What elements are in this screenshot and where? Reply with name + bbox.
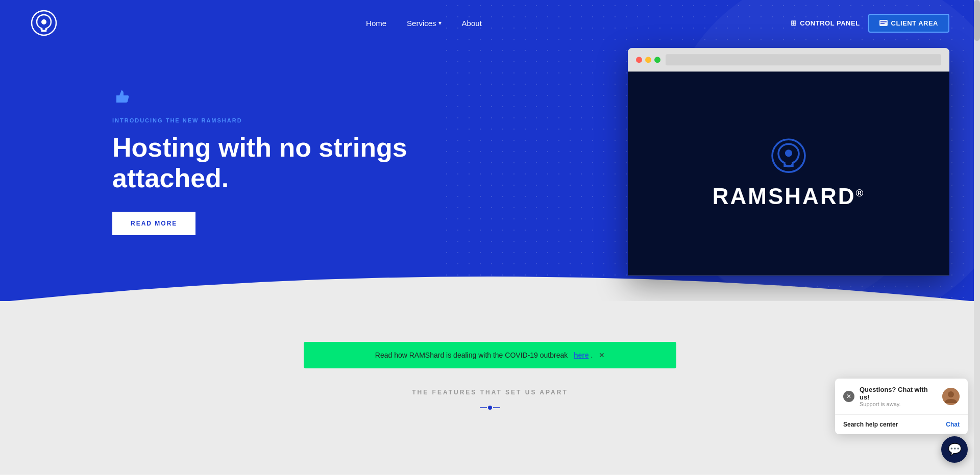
browser-window-controls — [636, 57, 660, 63]
hero-introducing-text: INTRODUCING THE NEW RAMSHARD — [112, 117, 479, 123]
chat-avatar — [942, 388, 960, 405]
client-area-label: CLIENT AREA — [891, 19, 938, 27]
svg-point-7 — [488, 406, 492, 410]
browser-window: RAMSHARD® — [628, 48, 949, 276]
control-panel-icon: ⊞ — [791, 19, 797, 27]
svg-point-11 — [948, 391, 954, 397]
browser-maximize-dot[interactable] — [654, 57, 660, 63]
features-divider — [0, 402, 980, 413]
svg-rect-4 — [880, 23, 885, 24]
chat-search-help-link[interactable]: Search help center — [843, 421, 898, 428]
logo-icon — [31, 10, 57, 36]
browser-logo-icon — [771, 138, 806, 173]
chat-header: ✕ Questions? Chat with us! Support is aw… — [835, 379, 968, 415]
chat-close-button[interactable]: ✕ — [843, 391, 854, 402]
chat-actions: Search help center Chat — [835, 415, 968, 434]
features-label: THE FEATURES THAT SET US APART — [0, 389, 980, 396]
scrollbar[interactable] — [974, 0, 980, 474]
hero-content: INTRODUCING THE NEW RAMSHARD Hosting wit… — [0, 25, 509, 277]
nav-services[interactable]: Services — [407, 19, 442, 28]
client-area-button[interactable]: CLIENT AREA — [868, 14, 949, 33]
covid-close-button[interactable]: ✕ — [599, 351, 605, 359]
svg-point-1 — [41, 19, 46, 24]
scrollbar-thumb[interactable] — [974, 0, 980, 41]
nav-home[interactable]: Home — [366, 19, 386, 28]
covid-text-before: Read how RAMShard is dealing with the CO… — [375, 351, 568, 359]
browser-close-dot[interactable] — [636, 57, 642, 63]
chat-widget: ✕ Questions? Chat with us! Support is aw… — [835, 379, 968, 434]
chat-chat-button[interactable]: Chat — [946, 421, 960, 428]
lower-section: Read how RAMShard is dealing with the CO… — [0, 301, 980, 474]
control-panel-button[interactable]: ⊞ CONTROL PANEL — [791, 19, 860, 27]
browser-minimize-dot[interactable] — [645, 57, 651, 63]
client-area-icon — [879, 20, 888, 26]
nav-actions: ⊞ CONTROL PANEL CLIENT AREA — [791, 14, 949, 33]
covid-banner: Read how RAMShard is dealing with the CO… — [304, 342, 676, 368]
covid-link[interactable]: here — [574, 351, 589, 359]
browser-content: RAMSHARD® — [628, 71, 949, 276]
browser-url-bar[interactable] — [666, 54, 941, 65]
hero-read-more-button[interactable]: READ MORE — [112, 212, 195, 235]
chat-bubble-icon: 💬 — [948, 443, 962, 456]
hero-headline: Hosting with no strings attached. — [112, 133, 479, 194]
covid-text-after: . — [591, 351, 593, 359]
svg-point-6 — [785, 149, 792, 157]
hero-thumbs-up-icon — [112, 86, 479, 111]
chat-header-text: Questions? Chat with us! Support is away… — [860, 386, 937, 407]
chat-subtitle: Support is away. — [860, 401, 937, 407]
hero-headline-line2: attached. — [112, 163, 229, 193]
browser-bar — [628, 48, 949, 71]
logo[interactable] — [31, 10, 57, 36]
control-panel-label: CONTROL PANEL — [800, 19, 860, 27]
browser-mockup: RAMSHARD® — [628, 48, 949, 276]
navbar: Home Services About ⊞ CONTROL PANEL CLIE… — [0, 0, 980, 46]
nav-about[interactable]: About — [462, 19, 482, 28]
nav-links: Home Services About — [366, 19, 482, 28]
chat-bubble-button[interactable]: 💬 — [941, 436, 968, 463]
hero-headline-line1: Hosting with no strings — [112, 133, 407, 162]
chat-title: Questions? Chat with us! — [860, 386, 937, 401]
browser-brand-name: RAMSHARD® — [713, 184, 865, 209]
svg-rect-3 — [880, 21, 887, 22]
